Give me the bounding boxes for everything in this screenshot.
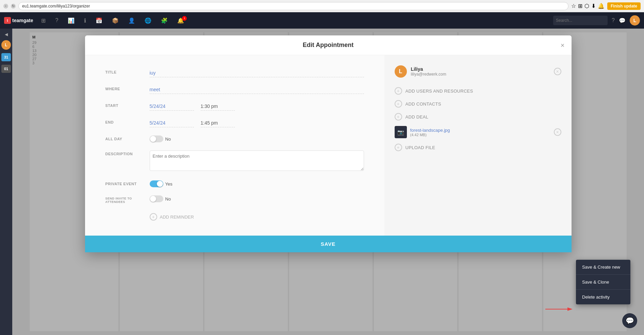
- logo-icon: t: [4, 17, 11, 24]
- browser-bar: ‹ ↻ eu1.teamgate.com/liliya123/organizer…: [0, 0, 644, 12]
- upload-file-row[interactable]: + UPLOAD FILE: [395, 141, 561, 154]
- description-label: DESCRIPTION: [105, 150, 150, 156]
- allday-toggle-knob: [150, 136, 156, 142]
- logo-text: teamgate: [12, 18, 33, 23]
- add-contacts-plus-icon: +: [395, 100, 402, 108]
- search-input[interactable]: [553, 16, 608, 25]
- help-icon[interactable]: ?: [612, 17, 615, 23]
- nav-help-icon[interactable]: ?: [54, 16, 60, 25]
- title-label: TITLE: [105, 69, 150, 74]
- chat-button[interactable]: 💬: [622, 313, 637, 328]
- private-field: Yes: [150, 180, 364, 187]
- description-textarea[interactable]: [150, 150, 364, 171]
- sidebar-collapse-icon[interactable]: ◀: [5, 32, 8, 37]
- remove-file-button[interactable]: ×: [554, 128, 561, 136]
- nav-info-icon[interactable]: ℹ: [83, 16, 87, 25]
- dropdown-menu: Save & Create new Save & Clone Delete ac…: [576, 260, 630, 304]
- chat-icon[interactable]: 💬: [619, 17, 626, 24]
- sidebar-avatar: L: [1, 40, 11, 50]
- invite-label: SEND INVITE TO ATTENDEES: [105, 195, 150, 204]
- app-bar: t teamgate ⊞ ? 📊 ℹ 📅 📦 👤 🌐 🧩 🔔 1 ? 💬 L: [0, 12, 644, 29]
- modal-header: Edit Appointment ×: [85, 35, 572, 55]
- add-deal-row[interactable]: + ADD DEAL: [395, 110, 561, 123]
- start-date-input[interactable]: [150, 102, 194, 111]
- upload-plus-icon: +: [395, 144, 402, 151]
- add-users-label: ADD USERS AND RESOURCES: [406, 89, 473, 94]
- sidebar-badge-31[interactable]: 31: [1, 53, 11, 61]
- attendee-name: Liliya: [411, 66, 550, 72]
- file-size: (4.42 MB): [410, 133, 550, 137]
- modal-close-button[interactable]: ×: [561, 41, 565, 49]
- title-field: [150, 69, 364, 77]
- remove-attendee-button[interactable]: ×: [554, 68, 561, 75]
- form-group-description: DESCRIPTION: [105, 150, 364, 172]
- where-input[interactable]: [150, 85, 364, 94]
- delete-activity-item[interactable]: Delete activity: [576, 290, 630, 304]
- allday-field: No: [150, 135, 364, 142]
- chat-icon: 💬: [626, 317, 634, 325]
- extensions-icon: ⬡: [584, 3, 589, 9]
- svg-marker-1: [567, 307, 573, 311]
- notification-wrapper: 🔔 1: [176, 17, 185, 24]
- form-panel: TITLE WHERE: [85, 55, 384, 236]
- private-label: PRIVATE EVENT: [105, 180, 150, 186]
- where-label: WHERE: [105, 85, 150, 91]
- invite-toggle-label: No: [165, 196, 171, 202]
- attendee-info: Liliya liliya@redwerk.com: [411, 66, 550, 77]
- user-avatar[interactable]: L: [630, 15, 640, 26]
- add-deal-plus-icon: +: [395, 113, 402, 121]
- reload-button[interactable]: ↻: [11, 4, 16, 9]
- form-group-allday: ALL DAY No: [105, 135, 364, 142]
- save-button[interactable]: SAVE: [321, 241, 336, 247]
- bell-icon: 🔔: [598, 3, 605, 9]
- add-users-row[interactable]: + ADD USERS AND RESOURCES: [395, 84, 561, 97]
- form-group-title: TITLE: [105, 69, 364, 77]
- private-toggle-label: Yes: [165, 181, 172, 187]
- allday-label: ALL DAY: [105, 135, 150, 141]
- nav-globe-icon[interactable]: 🌐: [143, 16, 153, 25]
- where-field: [150, 85, 364, 94]
- back-button[interactable]: ‹: [3, 4, 8, 9]
- apps-icon: ⊞: [578, 3, 582, 9]
- attendee-avatar: L: [395, 65, 407, 78]
- allday-toggle-track[interactable]: [150, 135, 163, 142]
- right-panel: L Liliya liliya@redwerk.com × + ADD USER…: [384, 55, 572, 236]
- upload-file-label: UPLOAD FILE: [406, 145, 435, 150]
- title-input[interactable]: [150, 69, 364, 77]
- private-toggle-track[interactable]: [150, 180, 163, 187]
- sidebar: ◀ L 31 01: [0, 29, 12, 335]
- add-reminder-label: ADD REMINDER: [160, 214, 194, 220]
- add-contacts-row[interactable]: + ADD CONTACTS: [395, 97, 561, 110]
- file-icon: 📷: [395, 126, 407, 138]
- invite-toggle[interactable]: No: [150, 195, 364, 202]
- nav-contacts-icon[interactable]: 👤: [127, 16, 136, 25]
- download-icon: ⬇: [591, 3, 596, 9]
- invite-field: No: [150, 195, 364, 202]
- allday-toggle-label: No: [165, 137, 171, 142]
- invite-toggle-track[interactable]: [150, 195, 163, 202]
- finish-update-button[interactable]: Finish update: [607, 2, 641, 10]
- nav-calendar-icon[interactable]: 📅: [94, 16, 104, 25]
- sidebar-badge-01[interactable]: 01: [1, 65, 11, 73]
- app-bar-right: ? 💬 L: [553, 15, 640, 26]
- modal-overlay: Edit Appointment × TITLE: [12, 29, 644, 335]
- end-label: END: [105, 119, 150, 124]
- save-create-new-item[interactable]: Save & Create new: [576, 260, 630, 275]
- browser-icons: ☆ ⊞ ⬡ ⬇ 🔔: [571, 3, 605, 9]
- form-group-start: START: [105, 102, 364, 111]
- form-group-where: WHERE: [105, 85, 364, 94]
- nav-puzzle-icon[interactable]: 🧩: [160, 16, 169, 25]
- nav-box-icon[interactable]: 📦: [111, 16, 120, 25]
- add-contacts-label: ADD CONTACTS: [406, 101, 441, 107]
- url-text: eu1.teamgate.com/liliya123/organizer: [22, 4, 90, 9]
- edit-appointment-modal: Edit Appointment × TITLE: [85, 35, 572, 252]
- end-date-input[interactable]: [150, 119, 194, 127]
- add-reminder-button[interactable]: + ADD REMINDER: [150, 212, 194, 222]
- save-clone-item[interactable]: Save & Clone: [576, 275, 630, 290]
- end-time-input[interactable]: [201, 119, 235, 127]
- private-toggle[interactable]: Yes: [150, 180, 364, 187]
- nav-grid-icon[interactable]: ⊞: [40, 16, 47, 25]
- allday-toggle[interactable]: No: [150, 135, 364, 142]
- nav-chart-icon[interactable]: 📊: [66, 16, 76, 25]
- start-time-input[interactable]: [201, 102, 235, 111]
